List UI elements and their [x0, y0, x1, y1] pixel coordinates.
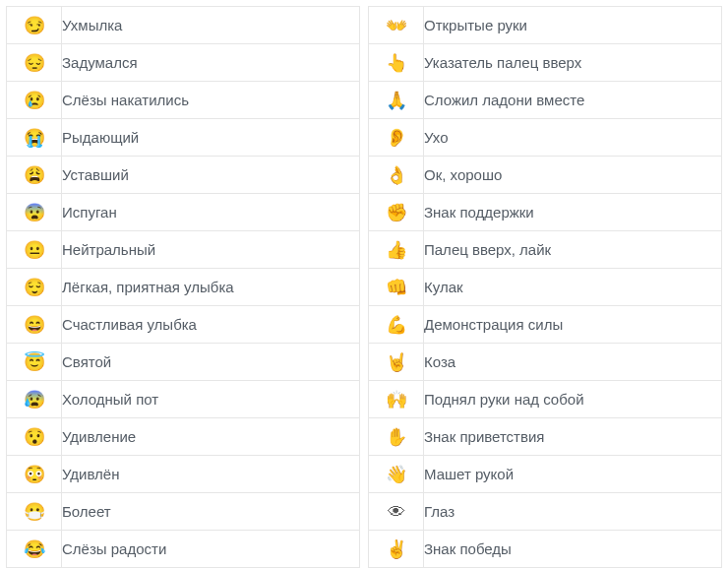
table-row: 😭Рыдающий: [7, 119, 360, 157]
emoji-icon: 😏: [7, 7, 62, 44]
table-row: 👋Машет рукой: [369, 456, 722, 493]
emoji-label: Слёзы накатились: [62, 82, 360, 119]
emoji-icon: 😢: [7, 82, 62, 119]
emoji-table-right: 👐Открытые руки 👆Указатель палец вверх 🙏С…: [368, 6, 722, 568]
table-row: 👌Ок, хорошо: [369, 157, 722, 194]
emoji-icon: 💪: [369, 306, 424, 344]
emoji-icon: 👂: [369, 119, 424, 157]
emoji-label: Холодный пот: [62, 381, 360, 418]
emoji-label: Испуган: [62, 194, 360, 231]
emoji-icon: 😰: [7, 381, 62, 418]
emoji-icon: 👁: [369, 493, 424, 531]
emoji-icon: 😄: [7, 306, 62, 344]
emoji-icon: 😷: [7, 493, 62, 531]
emoji-icon: 🙌: [369, 381, 424, 418]
table-row: 😢Слёзы накатились: [7, 82, 360, 119]
emoji-label: Нейтральный: [62, 231, 360, 269]
emoji-label: Ухмылка: [62, 7, 360, 44]
emoji-label: Задумался: [62, 44, 360, 82]
table-row: ✋Знак приветствия: [369, 418, 722, 456]
table-row: ✊Знак поддержки: [369, 194, 722, 231]
emoji-icon: 😌: [7, 269, 62, 306]
emoji-icon: 👋: [369, 456, 424, 493]
emoji-icon: ✌: [369, 531, 424, 568]
emoji-icon: 😨: [7, 194, 62, 231]
emoji-icon: 😔: [7, 44, 62, 82]
emoji-icon: 😇: [7, 344, 62, 381]
table-row: 😐Нейтральный: [7, 231, 360, 269]
emoji-icon: ✊: [369, 194, 424, 231]
emoji-label: Святой: [62, 344, 360, 381]
table-row: 👍Палец вверх, лайк: [369, 231, 722, 269]
emoji-label: Демонстрация силы: [424, 306, 722, 344]
table-row: 👁Глаз: [369, 493, 722, 531]
table-row: 😌Лёгкая, приятная улыбка: [7, 269, 360, 306]
emoji-label: Кулак: [424, 269, 722, 306]
table-row: 😰Холодный пот: [7, 381, 360, 418]
emoji-icon: 🤘: [369, 344, 424, 381]
emoji-label: Указатель палец вверх: [424, 44, 722, 82]
table-row: 🤘Коза: [369, 344, 722, 381]
table-row: 💪Демонстрация силы: [369, 306, 722, 344]
emoji-label: Знак поддержки: [424, 194, 722, 231]
emoji-label: Коза: [424, 344, 722, 381]
emoji-label: Уставший: [62, 157, 360, 194]
emoji-icon: 😳: [7, 456, 62, 493]
table-row: 🙏Сложил ладони вместе: [369, 82, 722, 119]
emoji-label: Ухо: [424, 119, 722, 157]
emoji-icon: 😐: [7, 231, 62, 269]
emoji-label: Рыдающий: [62, 119, 360, 157]
emoji-icon: 🙏: [369, 82, 424, 119]
emoji-label: Поднял руки над собой: [424, 381, 722, 418]
emoji-label: Лёгкая, приятная улыбка: [62, 269, 360, 306]
emoji-label: Сложил ладони вместе: [424, 82, 722, 119]
table-row: 👊Кулак: [369, 269, 722, 306]
emoji-label: Слёзы радости: [62, 531, 360, 568]
emoji-icon: 😭: [7, 119, 62, 157]
emoji-icon: 😯: [7, 418, 62, 456]
table-row: 😯Удивление: [7, 418, 360, 456]
emoji-label: Машет рукой: [424, 456, 722, 493]
table-row: 😄Счастливая улыбка: [7, 306, 360, 344]
emoji-label: Болеет: [62, 493, 360, 531]
emoji-label: Удивлён: [62, 456, 360, 493]
emoji-icon: 👍: [369, 231, 424, 269]
emoji-icon: ✋: [369, 418, 424, 456]
emoji-label: Ок, хорошо: [424, 157, 722, 194]
table-row: 😂Слёзы радости: [7, 531, 360, 568]
emoji-icon: 👊: [369, 269, 424, 306]
table-row: 👂Ухо: [369, 119, 722, 157]
table-row: ✌Знак победы: [369, 531, 722, 568]
emoji-icon: 👆: [369, 44, 424, 82]
table-row: 😏Ухмылка: [7, 7, 360, 44]
emoji-label: Знак победы: [424, 531, 722, 568]
emoji-icon: 😂: [7, 531, 62, 568]
emoji-label: Глаз: [424, 493, 722, 531]
table-row: 😇Святой: [7, 344, 360, 381]
emoji-table-left: 😏Ухмылка 😔Задумался 😢Слёзы накатились 😭Р…: [6, 6, 360, 568]
table-row: 😨Испуган: [7, 194, 360, 231]
emoji-icon: 👐: [369, 7, 424, 44]
table-row: 😳Удивлён: [7, 456, 360, 493]
table-row: 🙌Поднял руки над собой: [369, 381, 722, 418]
table-row: 👐Открытые руки: [369, 7, 722, 44]
emoji-label: Знак приветствия: [424, 418, 722, 456]
emoji-icon: 😩: [7, 157, 62, 194]
emoji-icon: 👌: [369, 157, 424, 194]
table-row: 😩Уставший: [7, 157, 360, 194]
emoji-label: Палец вверх, лайк: [424, 231, 722, 269]
emoji-label: Открытые руки: [424, 7, 722, 44]
emoji-tables: 😏Ухмылка 😔Задумался 😢Слёзы накатились 😭Р…: [6, 6, 722, 568]
emoji-label: Счастливая улыбка: [62, 306, 360, 344]
table-row: 😔Задумался: [7, 44, 360, 82]
emoji-label: Удивление: [62, 418, 360, 456]
table-row: 😷Болеет: [7, 493, 360, 531]
table-row: 👆Указатель палец вверх: [369, 44, 722, 82]
